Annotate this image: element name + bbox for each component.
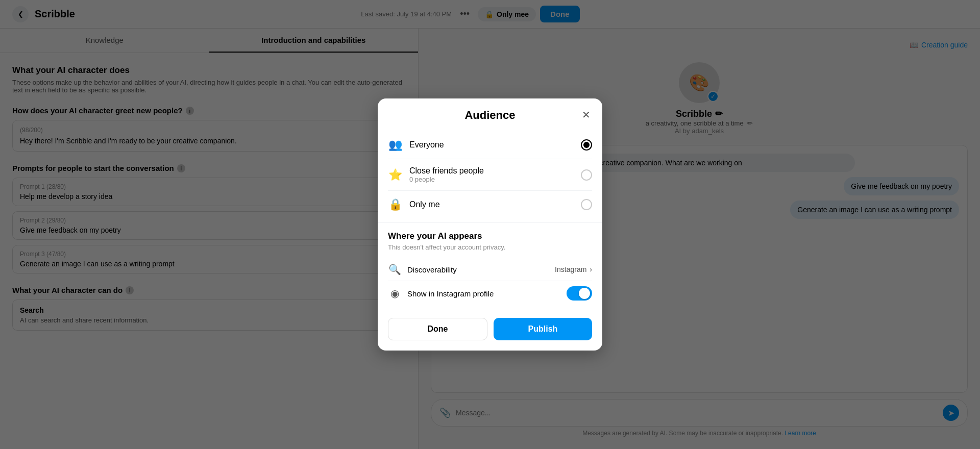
audience-option-only-me[interactable]: 🔒 Only me [388,191,592,218]
modal-overlay[interactable]: Audience ✕ 👥 Everyone [0,0,980,449]
instagram-profile-left: ◉ Show in Instagram profile [388,287,494,300]
discoverability-left: 🔍 Discoverability [388,263,457,276]
option-close-friends-left: ⭐ Close friends people 0 people [388,166,484,183]
option-only-me-label: Only me [409,200,440,209]
audience-option-close-friends[interactable]: ⭐ Close friends people 0 people [388,159,592,191]
instagram-profile-toggle[interactable] [567,286,592,301]
option-everyone-text: Everyone [409,140,444,149]
discoverability-value: Instagram [555,265,586,273]
instagram-icon: ◉ [388,287,401,300]
option-everyone-left: 👥 Everyone [388,138,444,152]
everyone-radio-dot [583,142,590,148]
option-only-me-text: Only me [409,200,440,209]
modal-close-button[interactable]: ✕ [578,107,594,123]
modal-done-button[interactable]: Done [388,318,487,340]
where-title: Where your AI appears [388,231,592,241]
where-desc: This doesn't affect your account privacy… [388,243,592,251]
chevron-right-icon: › [590,265,592,273]
option-everyone-label: Everyone [409,140,444,149]
modal-title: Audience [464,109,515,122]
where-section: Where your AI appears This doesn't affec… [378,222,602,310]
audience-modal: Audience ✕ 👥 Everyone [378,98,602,351]
option-close-friends-text: Close friends people 0 people [409,166,484,183]
everyone-radio[interactable] [581,139,592,151]
close-friends-radio[interactable] [581,169,592,181]
only-me-radio[interactable] [581,199,592,210]
instagram-profile-label: Show in Instagram profile [407,289,494,298]
option-only-me-left: 🔒 Only me [388,198,440,211]
instagram-profile-row: ◉ Show in Instagram profile [388,281,592,306]
close-icon: ✕ [582,109,591,121]
only-me-icon: 🔒 [388,198,402,211]
modal-footer: Done Publish [378,310,602,351]
discoverability-icon: 🔍 [388,263,401,276]
publish-button[interactable]: Publish [494,318,592,340]
option-close-friends-sublabel: 0 people [409,176,484,183]
discoverability-row[interactable]: 🔍 Discoverability Instagram › [388,258,592,281]
audience-option-everyone[interactable]: 👥 Everyone [388,131,592,159]
everyone-icon: 👥 [388,138,402,152]
option-close-friends-label: Close friends people [409,166,484,176]
toggle-knob [579,288,590,299]
close-friends-icon: ⭐ [388,168,402,182]
audience-options: 👥 Everyone ⭐ Close friends people 0 peop… [378,127,602,222]
discoverability-right[interactable]: Instagram › [555,265,592,273]
modal-header: Audience ✕ [378,98,602,127]
discoverability-label: Discoverability [407,265,457,274]
